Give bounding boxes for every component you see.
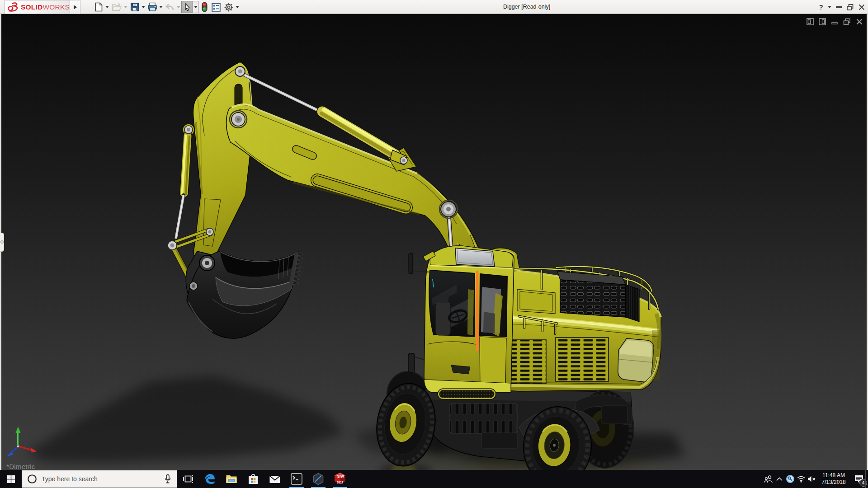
graphics-viewport[interactable]: *Dimetric [0, 14, 868, 470]
svg-text:2017: 2017 [337, 481, 344, 484]
undo-dropdown[interactable] [176, 0, 181, 14]
mail-icon [269, 474, 281, 484]
help-button[interactable]: ? [816, 0, 826, 14]
tray-network-key-icon[interactable] [785, 470, 796, 488]
svg-text:S: S [337, 474, 340, 479]
save-dropdown[interactable] [141, 0, 146, 14]
options-button[interactable] [223, 0, 235, 14]
command-prompt-icon [291, 473, 302, 485]
solidworks-window: *Dimetric SOLIDWORKS [0, 0, 868, 488]
tray-volume-muted-icon[interactable] [807, 470, 817, 488]
taskbar-item-mail[interactable] [264, 470, 286, 488]
pane-expand-knob-icon[interactable] [0, 240, 4, 244]
selection-lights-button[interactable] [200, 0, 208, 14]
close-icon [859, 4, 865, 10]
tray-clock[interactable]: 11:48 AM 7/13/2018 [817, 472, 850, 486]
selected-edge-highlight [476, 271, 479, 351]
menu-expander-button[interactable] [70, 0, 80, 14]
title-bar: SOLIDWORKS [0, 0, 868, 14]
minimize-icon [836, 6, 842, 8]
file-explorer-icon [226, 474, 237, 484]
microphone-icon[interactable] [164, 474, 171, 484]
minimize-document-icon[interactable] [830, 18, 839, 25]
select-cursor-icon [184, 3, 191, 11]
save-button[interactable] [129, 0, 141, 14]
options-dropdown[interactable] [235, 0, 240, 14]
taskbar-item-file-explorer[interactable] [221, 470, 242, 488]
help-dropdown[interactable] [826, 0, 833, 14]
start-button[interactable] [0, 470, 22, 488]
feature-pane-toggle-icon[interactable] [806, 18, 815, 25]
taskbar-search-input[interactable]: Type here to search [22, 470, 177, 488]
restore-document-icon[interactable] [843, 18, 851, 25]
windows-logo-icon [7, 475, 15, 483]
brand-text: SOLIDWORKS [21, 3, 70, 11]
properties-button[interactable] [211, 0, 222, 14]
svg-text:W: W [340, 474, 344, 479]
task-view-icon [183, 474, 193, 484]
print-dropdown[interactable] [158, 0, 164, 14]
feature-manager-collapsed-tab[interactable] [0, 233, 4, 252]
new-document-dropdown[interactable] [104, 0, 110, 14]
taskbar-item-task-view[interactable] [177, 470, 199, 488]
taskbar-item-edge[interactable] [199, 470, 221, 488]
excavator-3d-scene [0, 14, 868, 470]
edge-icon [204, 473, 216, 485]
close-document-icon[interactable] [855, 18, 863, 25]
solidworks-rx-icon [312, 473, 324, 485]
close-window-button[interactable] [856, 0, 867, 14]
select-tool-group [181, 1, 198, 13]
boom-stick-pin [230, 111, 247, 128]
properties-list-icon [212, 3, 221, 12]
gear-icon [224, 2, 234, 12]
3ds-swirl-icon [7, 1, 21, 13]
store-icon [248, 473, 259, 485]
expand-menu-arrow-icon [73, 5, 77, 10]
show-desktop-button[interactable] [865, 470, 868, 488]
stick-apex-pin [235, 66, 245, 76]
solidworks-2017-icon: S W 2017 [333, 472, 347, 486]
undo-button[interactable] [164, 0, 175, 14]
tray-wifi-icon[interactable] [796, 470, 807, 488]
tray-people-icon[interactable] [763, 470, 774, 488]
select-tool-dropdown[interactable] [193, 1, 198, 13]
view-orientation-label: *Dimetric [6, 463, 35, 470]
minimize-window-button[interactable] [833, 0, 844, 14]
restore-icon [847, 4, 854, 10]
taskbar-item-command-prompt[interactable] [286, 470, 307, 488]
document-title: Digger [Read-only] [470, 0, 583, 14]
windows-taskbar: Type here to search [0, 470, 868, 488]
open-dropdown[interactable] [123, 0, 128, 14]
search-placeholder: Type here to search [42, 475, 98, 483]
select-tool-button[interactable] [182, 1, 193, 13]
new-document-button[interactable] [93, 0, 104, 14]
cortana-circle-icon [27, 474, 37, 484]
display-pane-toggle-icon[interactable] [818, 18, 827, 25]
solidworks-logo[interactable]: SOLIDWORKS [5, 0, 70, 14]
print-button[interactable] [146, 0, 158, 14]
taskbar-item-solidworks-2017[interactable]: S W 2017 [329, 470, 351, 488]
open-button[interactable] [111, 0, 123, 14]
taskbar-item-store[interactable] [242, 470, 264, 488]
clock-time: 11:48 AM [817, 472, 850, 479]
traffic-light-icon [202, 2, 208, 12]
clock-date: 7/13/2018 [817, 479, 850, 486]
taskbar-item-solidworks-rx[interactable] [307, 470, 329, 488]
restore-window-button[interactable] [844, 0, 855, 14]
tray-chevron-up-icon[interactable] [774, 470, 785, 488]
